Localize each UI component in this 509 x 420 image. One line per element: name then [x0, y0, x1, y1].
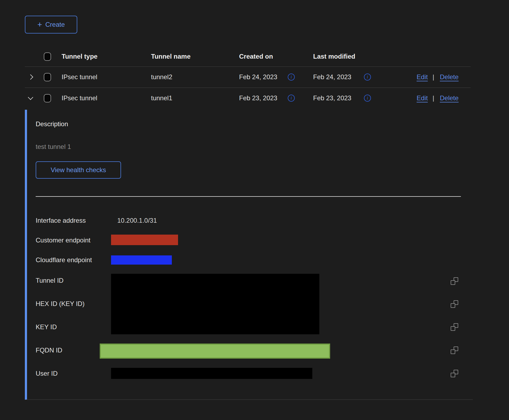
tunnel-ids-redacted-block: [111, 274, 319, 334]
info-icon[interactable]: [364, 74, 371, 81]
cloudflare-endpoint-label: Cloudflare endpoint: [36, 256, 92, 264]
fqdn-id-redacted-value: [100, 344, 330, 359]
tunnel-type-cell: IPsec tunnel: [62, 94, 97, 102]
last-modified-cell: Feb 23, 2023: [313, 94, 351, 102]
delete-link[interactable]: Delete: [440, 73, 458, 81]
ipsec-tunnels-page: + Create Tunnel type Tunnel name Created…: [0, 0, 509, 420]
tunnel-details-panel: Description test tunnel 1 View health ch…: [25, 110, 473, 400]
created-on-cell: Feb 24, 2023: [239, 73, 277, 81]
customer-endpoint-label: Customer endpoint: [36, 236, 91, 244]
copy-icon[interactable]: [451, 323, 458, 331]
tunnel-name-cell: tunnel1: [151, 94, 172, 102]
create-button-label: Create: [45, 21, 65, 28]
interface-address-value: 10.200.1.0/31: [117, 216, 157, 225]
table-header-row: Tunnel type Tunnel name Created on Last …: [25, 46, 471, 67]
expand-chevron-right-icon[interactable]: [27, 74, 34, 81]
copy-icon[interactable]: [451, 370, 458, 377]
user-id-label: User ID: [36, 369, 58, 378]
column-header-last-modified: Last modified: [313, 52, 355, 61]
collapse-chevron-down-icon[interactable]: [27, 95, 34, 102]
create-button[interactable]: + Create: [25, 16, 77, 34]
edit-link[interactable]: Edit: [417, 94, 428, 102]
row-checkbox[interactable]: [44, 94, 51, 102]
fqdn-id-label: FQDN ID: [36, 346, 62, 354]
column-header-tunnel-name: Tunnel name: [151, 52, 190, 61]
actions-separator: |: [433, 94, 434, 102]
user-id-redacted-value: [111, 368, 312, 379]
copy-icon-front-square: [451, 349, 455, 354]
section-divider: [36, 196, 461, 197]
description-value: test tunnel 1: [36, 143, 71, 151]
select-all-checkbox[interactable]: [44, 52, 51, 61]
table-row: IPsec tunnel tunnel1 Feb 23, 2023 Feb 23…: [25, 88, 471, 109]
last-modified-cell: Feb 24, 2023: [313, 73, 351, 81]
edit-link[interactable]: Edit: [417, 73, 428, 81]
cloudflare-endpoint-redacted-value: [111, 255, 172, 265]
description-label: Description: [36, 120, 68, 128]
copy-icon[interactable]: [451, 300, 458, 308]
actions-separator: |: [433, 73, 434, 81]
key-id-label: KEY ID: [36, 323, 57, 331]
copy-icon-front-square: [451, 303, 455, 308]
column-header-created-on: Created on: [239, 52, 273, 61]
created-on-cell: Feb 23, 2023: [239, 94, 277, 102]
tunnel-type-cell: IPsec tunnel: [62, 73, 97, 81]
delete-link[interactable]: Delete: [440, 94, 458, 102]
copy-icon-front-square: [451, 280, 455, 285]
customer-endpoint-redacted-value: [111, 235, 178, 245]
copy-icon[interactable]: [451, 277, 458, 285]
column-header-tunnel-type: Tunnel type: [62, 52, 98, 61]
info-icon[interactable]: [288, 74, 295, 81]
tunnel-id-label: Tunnel ID: [36, 276, 63, 285]
view-health-checks-label: View health checks: [51, 166, 106, 174]
copy-icon-front-square: [451, 373, 455, 377]
tunnel-name-cell: tunnel2: [151, 73, 172, 81]
interface-address-label: Interface address: [36, 216, 86, 225]
row-checkbox[interactable]: [44, 73, 51, 81]
hex-id-label: HEX ID (KEY ID): [36, 300, 85, 308]
info-icon[interactable]: [288, 95, 295, 102]
info-icon[interactable]: [364, 95, 371, 102]
table-row: IPsec tunnel tunnel2 Feb 24, 2023 Feb 24…: [25, 66, 471, 88]
copy-icon[interactable]: [451, 346, 458, 354]
copy-icon-front-square: [451, 326, 455, 331]
view-health-checks-button[interactable]: View health checks: [36, 161, 121, 179]
plus-icon: +: [37, 21, 42, 29]
